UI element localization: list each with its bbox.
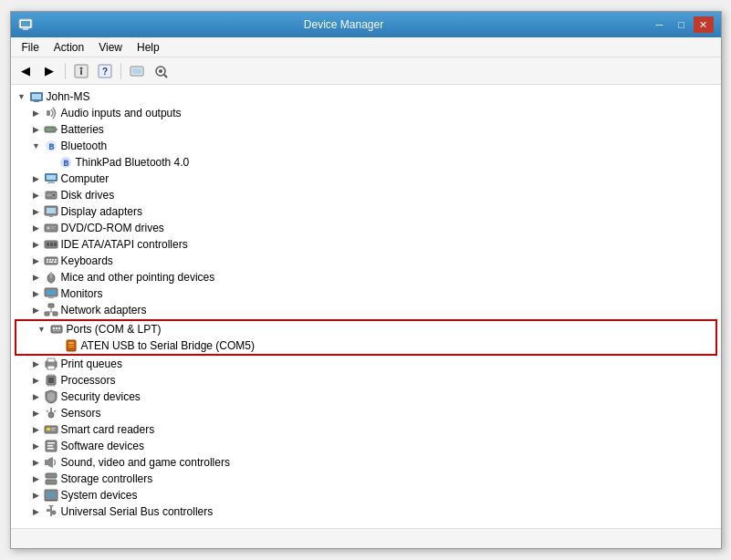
svg-point-84 bbox=[48, 412, 54, 418]
tree-root[interactable]: ▼ John-MS bbox=[11, 88, 721, 105]
menu-help[interactable]: Help bbox=[130, 39, 167, 56]
svg-rect-56 bbox=[48, 297, 54, 298]
mice-label: Mice and other pointing devices bbox=[61, 271, 215, 284]
tree-item-disk[interactable]: ▶ Disk drives bbox=[11, 187, 721, 203]
tree-item-system[interactable]: ▶ System devices bbox=[11, 487, 721, 503]
svg-rect-44 bbox=[49, 259, 51, 261]
storage-label: Storage controllers bbox=[61, 472, 153, 485]
svg-rect-59 bbox=[53, 312, 57, 316]
tree-item-security[interactable]: ▶ Security devices bbox=[11, 389, 721, 405]
menu-action[interactable]: Action bbox=[47, 39, 91, 56]
tree-item-print[interactable]: ▶ Print queues bbox=[11, 356, 721, 372]
svg-rect-96 bbox=[45, 460, 48, 465]
menu-view[interactable]: View bbox=[91, 39, 130, 56]
ports-expand-icon: ▼ bbox=[35, 322, 49, 337]
svg-rect-5 bbox=[80, 70, 82, 75]
menu-bar: File Action View Help bbox=[11, 37, 721, 57]
tree-item-smartcard[interactable]: ▶ Smart card readers bbox=[11, 421, 721, 438]
processors-label: Processors bbox=[61, 374, 116, 387]
svg-rect-46 bbox=[55, 259, 57, 261]
audio-expand-icon: ▶ bbox=[29, 106, 44, 120]
bluetooth-expand-icon: ▼ bbox=[29, 139, 44, 153]
tree-item-processors[interactable]: ▶ Processors bbox=[11, 372, 721, 389]
tree-item-mice[interactable]: ▶ Mice and other pointing devices bbox=[11, 269, 721, 285]
properties-button[interactable] bbox=[70, 61, 92, 81]
tree-item-batteries[interactable]: ▶ Batteries bbox=[11, 121, 721, 138]
monitors-expand-icon: ▶ bbox=[29, 286, 44, 301]
svg-rect-65 bbox=[56, 327, 57, 329]
svg-rect-69 bbox=[68, 342, 74, 344]
disk-expand-icon: ▶ bbox=[29, 188, 44, 202]
tree-item-keyboards[interactable]: ▶ Keyboards bbox=[11, 253, 721, 269]
minimize-button[interactable]: ─ bbox=[650, 16, 670, 33]
svg-rect-64 bbox=[53, 327, 55, 329]
svg-line-12 bbox=[164, 75, 167, 78]
svg-rect-26 bbox=[48, 181, 54, 182]
tree-item-network[interactable]: ▶ Network adapters bbox=[11, 302, 721, 318]
forward-button[interactable]: ▶ bbox=[38, 61, 60, 81]
tree-item-display[interactable]: ▶ Display adapters bbox=[11, 203, 721, 220]
ide-expand-icon: ▶ bbox=[29, 237, 44, 252]
svg-rect-70 bbox=[68, 345, 74, 346]
computer-label: Computer bbox=[61, 172, 110, 185]
back-button[interactable]: ◀ bbox=[15, 61, 37, 81]
maximize-button[interactable]: □ bbox=[672, 16, 692, 33]
svg-point-99 bbox=[54, 475, 56, 477]
svg-rect-25 bbox=[47, 175, 56, 180]
svg-rect-48 bbox=[49, 262, 53, 264]
tree-item-thinkpad-bt[interactable]: ▶ ʙ ThinkPad Bluetooth 4.0 bbox=[11, 154, 721, 171]
tree-item-storage[interactable]: ▶ Storage controllers bbox=[11, 471, 721, 487]
svg-rect-67 bbox=[53, 330, 60, 331]
tree-item-ide[interactable]: ▶ IDE ATA/ATAPI controllers bbox=[11, 236, 721, 253]
dvd-icon bbox=[44, 221, 58, 235]
tree-item-sensors[interactable]: ▶ Sensors bbox=[11, 405, 721, 421]
svg-rect-27 bbox=[47, 182, 55, 183]
svg-rect-57 bbox=[48, 304, 54, 307]
menu-file[interactable]: File bbox=[15, 39, 47, 56]
scan-button[interactable] bbox=[150, 61, 172, 81]
tree-item-monitors[interactable]: ▶ Monitors bbox=[11, 285, 721, 302]
title-bar: Device Manager ─ □ ✕ bbox=[11, 12, 721, 37]
svg-rect-42 bbox=[45, 257, 57, 264]
svg-point-100 bbox=[54, 482, 56, 483]
svg-marker-105 bbox=[48, 505, 54, 508]
tree-item-bluetooth[interactable]: ▼ ʙ Bluetooth bbox=[11, 138, 721, 154]
window-controls: ─ □ ✕ bbox=[650, 16, 714, 33]
system-icon bbox=[44, 488, 58, 503]
svg-rect-95 bbox=[47, 448, 54, 450]
sound-expand-icon: ▶ bbox=[29, 455, 44, 470]
svg-rect-55 bbox=[49, 296, 53, 297]
update-driver-button[interactable] bbox=[126, 61, 148, 81]
tree-item-sound[interactable]: ▶ Sound, video and game controllers bbox=[11, 454, 721, 471]
window-title: Device Manager bbox=[38, 18, 650, 31]
ide-icon bbox=[44, 237, 58, 252]
display-label: Display adapters bbox=[61, 205, 142, 218]
tree-item-software[interactable]: ▶ Software devices bbox=[11, 438, 721, 454]
svg-rect-40 bbox=[50, 243, 53, 246]
tree-item-ports[interactable]: ▼ Ports (COM & LPT) bbox=[16, 321, 715, 337]
bluetooth-label: Bluetooth bbox=[61, 140, 108, 152]
svg-point-75 bbox=[53, 363, 55, 365]
processors-icon bbox=[44, 373, 58, 388]
tree-item-usb[interactable]: ▶ Universal Serial Bus controllers bbox=[11, 503, 721, 520]
device-tree[interactable]: ▼ John-MS ▶ bbox=[11, 85, 721, 528]
smartcard-label: Smart card readers bbox=[61, 423, 155, 436]
svg-rect-32 bbox=[47, 208, 56, 213]
tree-item-aten-usb[interactable]: ▶ ATEN USB to Serial Bridge (COM5) bbox=[16, 337, 715, 354]
close-button[interactable]: ✕ bbox=[694, 16, 714, 33]
dvd-expand-icon: ▶ bbox=[29, 221, 44, 235]
batteries-icon bbox=[44, 122, 58, 137]
svg-rect-49 bbox=[54, 262, 57, 264]
tree-item-dvd[interactable]: ▶ DVD/CD-ROM drives bbox=[11, 220, 721, 236]
tree-item-audio[interactable]: ▶ Audio inputs and outputs bbox=[11, 105, 721, 121]
display-icon bbox=[44, 204, 58, 219]
print-icon bbox=[44, 357, 58, 371]
tree-item-computer[interactable]: ▶ Computer bbox=[11, 171, 721, 187]
help-button[interactable]: ? bbox=[94, 61, 116, 81]
svg-rect-90 bbox=[51, 428, 56, 429]
monitors-label: Monitors bbox=[61, 287, 103, 300]
svg-rect-30 bbox=[47, 194, 51, 196]
toolbar-sep-2 bbox=[120, 63, 121, 79]
root-label: John-MS bbox=[47, 90, 90, 103]
network-icon bbox=[44, 303, 58, 317]
